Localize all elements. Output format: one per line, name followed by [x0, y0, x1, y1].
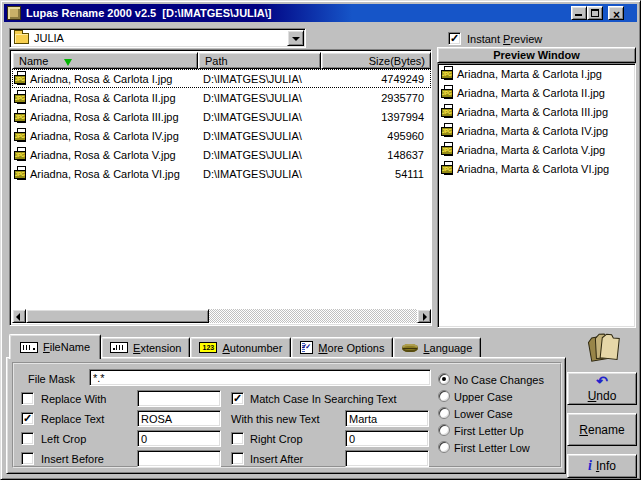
undo-button[interactable]: Undo — [567, 372, 637, 405]
lower-case-radio[interactable] — [438, 407, 450, 419]
insert-after-checkbox[interactable] — [231, 452, 244, 465]
numbers-123-icon: 123 — [199, 342, 217, 353]
column-header-name[interactable]: Name — [12, 52, 198, 69]
file-row[interactable]: JPGAriadna, Rosa & Carlota II.jpgD:\IMAT… — [12, 88, 431, 107]
close-button[interactable] — [608, 6, 624, 20]
no-case-changes-radio[interactable] — [438, 373, 450, 385]
maximize-button[interactable] — [587, 6, 603, 20]
file-path-cell: D:\IMATGES\JULIA\ — [198, 168, 321, 180]
upper-case-radio-label: Upper Case — [454, 391, 513, 403]
info-button-label: Info — [596, 459, 616, 473]
file-size-cell: 4749249 — [321, 73, 431, 85]
folder-icon — [14, 33, 29, 44]
preview-item-text: Ariadna, Marta & Carlota VI.jpg — [457, 163, 609, 175]
title-bar: Lupas Rename 2000 v2.5 [D:\IMATGES\JULIA… — [4, 4, 637, 22]
insert-after-input[interactable] — [345, 450, 429, 467]
tab-autonumber[interactable]: 123Autonumber — [190, 337, 291, 357]
rename-button[interactable]: Rename — [567, 413, 637, 446]
column-header-path[interactable]: Path — [198, 52, 321, 69]
right-crop-input[interactable] — [345, 430, 429, 447]
insert-before-input[interactable] — [137, 450, 221, 467]
jpg-badge: JPG — [14, 170, 26, 179]
tab-label: Autonumber — [222, 342, 282, 354]
scrollbar-thumb[interactable] — [26, 309, 209, 323]
file-path-cell: D:\IMATGES\JULIA\ — [198, 73, 321, 85]
left-crop-input[interactable] — [137, 430, 221, 447]
preview-item-text: Ariadna, Marta & Carlota I.jpg — [457, 68, 602, 80]
window-title: Lupas Rename 2000 v2.5 [D:\IMATGES\JULIA… — [26, 7, 272, 19]
jpg-badge: JPG — [441, 165, 453, 174]
jpg-file-icon: JPG — [441, 161, 455, 177]
file-path-cell: D:\IMATGES\JULIA\ — [198, 130, 321, 142]
left-crop-checkbox[interactable] — [21, 432, 34, 445]
extension-bars-icon — [110, 342, 128, 353]
jpg-badge: JPG — [14, 75, 26, 84]
file-name-text: Ariadna, Rosa & Carlota VI.jpg — [30, 168, 180, 180]
jpg-file-icon: JPG — [441, 104, 455, 120]
left-crop-label: Left Crop — [41, 433, 86, 445]
insert-after-label: Insert After — [250, 453, 303, 465]
app-icon — [7, 6, 21, 20]
file-list: NamePathSize(Bytes) JPGAriadna, Rosa & C… — [9, 49, 432, 326]
upper-case-radio[interactable] — [438, 390, 450, 402]
file-name-text: Ariadna, Rosa & Carlota V.jpg — [30, 149, 176, 161]
first-letter-low-radio-label: First Letter Low — [454, 442, 530, 454]
instant-preview-label: Instant Preview — [467, 33, 542, 45]
instant-preview-row: Instant Preview — [448, 32, 542, 45]
scroll-left-button[interactable] — [12, 309, 26, 323]
preview-item-text: Ariadna, Marta & Carlota III.jpg — [457, 106, 608, 118]
scroll-right-button[interactable] — [417, 309, 431, 323]
info-button[interactable]: Info — [567, 454, 637, 478]
file-row[interactable]: JPGAriadna, Rosa & Carlota IV.jpgD:\IMAT… — [12, 126, 431, 145]
folder-combobox[interactable]: JULIA — [9, 28, 306, 48]
jpg-badge: JPG — [441, 108, 453, 117]
file-size-cell: 148637 — [321, 149, 431, 161]
file-row[interactable]: JPGAriadna, Rosa & Carlota III.jpgD:\IMA… — [12, 107, 431, 126]
file-mask-input[interactable] — [89, 369, 431, 386]
preview-window-header: Preview Window — [437, 47, 636, 63]
instant-preview-checkbox[interactable] — [448, 32, 461, 45]
tab-label: FileName — [43, 341, 90, 353]
file-row[interactable]: JPGAriadna, Rosa & Carlota VI.jpgD:\IMAT… — [12, 164, 431, 183]
replace-with-input[interactable] — [137, 390, 221, 407]
column-header-sizebytes[interactable]: Size(Bytes) — [321, 52, 431, 69]
first-letter-low-radio[interactable] — [438, 441, 450, 453]
with-this-new-text-input[interactable] — [345, 410, 429, 427]
file-path-cell: D:\IMATGES\JULIA\ — [198, 149, 321, 161]
minimize-button[interactable] — [571, 6, 587, 20]
file-row[interactable]: JPGAriadna, Rosa & Carlota I.jpgD:\IMATG… — [12, 69, 431, 88]
insert-before-checkbox[interactable] — [21, 452, 34, 465]
replace-text-checkbox[interactable] — [21, 412, 34, 425]
combobox-dropdown-button[interactable] — [287, 30, 304, 46]
first-letter-up-radio[interactable] — [438, 424, 450, 436]
close-icon — [613, 7, 620, 22]
checklist-icon — [300, 341, 313, 354]
tab-bar: FileNameExtension123AutonumberMore Optio… — [9, 334, 481, 357]
file-row[interactable]: JPGAriadna, Rosa & Carlota V.jpgD:\IMATG… — [12, 145, 431, 164]
jpg-badge: JPG — [441, 70, 453, 79]
tab-more-options[interactable]: More Options — [291, 337, 393, 357]
jpg-badge: JPG — [14, 151, 26, 160]
jpg-file-icon: JPG — [441, 66, 455, 82]
file-size-cell: 495960 — [321, 130, 431, 142]
undo-button-label: Undo — [588, 389, 617, 403]
arrow-right-icon — [423, 313, 427, 321]
match-case-in-searching-text-checkbox[interactable] — [231, 392, 244, 405]
tab-extension[interactable]: Extension — [101, 337, 190, 357]
replace-text-input[interactable] — [137, 410, 221, 427]
tab-language[interactable]: Language — [393, 337, 481, 357]
sort-descending-icon — [64, 59, 72, 66]
replace-text-label: Replace Text — [41, 413, 104, 425]
file-path-cell: D:\IMATGES\JULIA\ — [198, 92, 321, 104]
replace-with-checkbox[interactable] — [21, 392, 34, 405]
jpg-file-icon: JPG — [14, 109, 28, 125]
tab-filename[interactable]: FileName — [9, 334, 101, 359]
right-crop-checkbox[interactable] — [231, 432, 244, 445]
preview-window-list: JPGAriadna, Marta & Carlota I.jpgJPGAria… — [437, 63, 636, 328]
jpg-file-icon: JPG — [14, 166, 28, 182]
stacked-folders-icon — [584, 330, 624, 366]
horizontal-scrollbar[interactable] — [12, 309, 431, 323]
file-name-text: Ariadna, Rosa & Carlota I.jpg — [30, 73, 172, 85]
preview-item-text: Ariadna, Marta & Carlota V.jpg — [457, 144, 605, 156]
info-i-icon — [588, 458, 592, 474]
